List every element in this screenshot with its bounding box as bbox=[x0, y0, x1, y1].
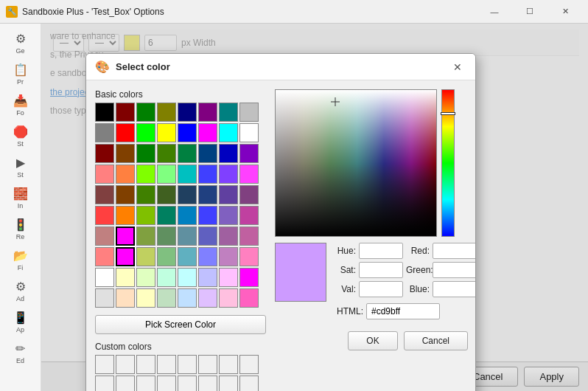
basic-color-swatch[interactable] bbox=[219, 247, 238, 266]
basic-color-swatch[interactable] bbox=[136, 288, 155, 308]
sidebar-item-force[interactable]: 📥Fo bbox=[4, 90, 38, 120]
basic-color-swatch[interactable] bbox=[239, 268, 259, 287]
basic-color-swatch[interactable] bbox=[198, 123, 217, 142]
basic-color-swatch[interactable] bbox=[95, 185, 114, 204]
custom-color-swatch[interactable] bbox=[178, 355, 197, 374]
custom-color-swatch[interactable] bbox=[239, 376, 259, 391]
basic-color-swatch[interactable] bbox=[178, 185, 197, 204]
spectrum-canvas[interactable]: + bbox=[275, 89, 437, 237]
basic-color-swatch[interactable] bbox=[239, 103, 259, 122]
custom-color-swatch[interactable] bbox=[157, 355, 176, 374]
sidebar-item-edit[interactable]: ✏Ed bbox=[4, 338, 38, 367]
basic-color-swatch[interactable] bbox=[116, 288, 135, 308]
basic-color-swatch[interactable] bbox=[198, 226, 217, 246]
basic-color-swatch[interactable] bbox=[239, 206, 259, 225]
basic-color-swatch[interactable] bbox=[178, 103, 197, 122]
basic-color-swatch[interactable] bbox=[116, 247, 135, 266]
basic-color-swatch[interactable] bbox=[178, 123, 197, 142]
green-input[interactable] bbox=[433, 265, 476, 275]
basic-color-swatch[interactable] bbox=[219, 185, 238, 204]
basic-color-swatch[interactable] bbox=[116, 268, 135, 287]
custom-color-swatch[interactable] bbox=[95, 376, 114, 391]
basic-color-swatch[interactable] bbox=[198, 268, 217, 287]
basic-color-swatch[interactable] bbox=[157, 288, 176, 308]
sidebar-item-app[interactable]: 📱Ap bbox=[4, 307, 38, 336]
basic-color-swatch[interactable] bbox=[198, 288, 217, 308]
custom-color-swatch[interactable] bbox=[136, 355, 155, 374]
sidebar-item-restrict[interactable]: 🚦Re bbox=[4, 214, 38, 243]
basic-color-swatch[interactable] bbox=[198, 185, 217, 204]
basic-color-swatch[interactable] bbox=[116, 226, 135, 246]
basic-color-swatch[interactable] bbox=[178, 268, 197, 287]
basic-color-swatch[interactable] bbox=[136, 206, 155, 225]
basic-color-swatch[interactable] bbox=[136, 165, 155, 184]
dialog-cancel-button[interactable]: Cancel bbox=[404, 331, 468, 350]
basic-color-swatch[interactable] bbox=[95, 268, 114, 287]
basic-color-swatch[interactable] bbox=[239, 165, 259, 184]
custom-color-swatch[interactable] bbox=[219, 376, 238, 391]
basic-color-swatch[interactable] bbox=[157, 268, 176, 287]
red-input[interactable] bbox=[433, 246, 476, 256]
custom-color-swatch[interactable] bbox=[95, 355, 114, 374]
basic-color-swatch[interactable] bbox=[239, 185, 259, 204]
basic-color-swatch[interactable] bbox=[219, 165, 238, 184]
basic-color-swatch[interactable] bbox=[116, 103, 135, 122]
basic-color-swatch[interactable] bbox=[219, 268, 238, 287]
basic-color-swatch[interactable] bbox=[116, 206, 135, 225]
basic-color-swatch[interactable] bbox=[198, 247, 217, 266]
maximize-button[interactable]: ☐ bbox=[513, 3, 547, 21]
blue-spinbox[interactable]: ▲ ▼ bbox=[433, 281, 476, 297]
custom-color-swatch[interactable] bbox=[136, 376, 155, 391]
basic-color-swatch[interactable] bbox=[178, 165, 197, 184]
basic-color-swatch[interactable] bbox=[219, 226, 238, 246]
sidebar-item-start[interactable]: ▶St bbox=[4, 152, 38, 181]
basic-color-swatch[interactable] bbox=[157, 226, 176, 246]
sidebar-item-files[interactable]: 📂Fi bbox=[4, 245, 38, 274]
basic-color-swatch[interactable] bbox=[95, 288, 114, 308]
basic-color-swatch[interactable] bbox=[136, 123, 155, 142]
custom-color-swatch[interactable] bbox=[219, 355, 238, 374]
blue-input[interactable] bbox=[433, 284, 476, 294]
custom-color-swatch[interactable] bbox=[157, 376, 176, 391]
basic-color-swatch[interactable] bbox=[239, 247, 259, 266]
html-input[interactable] bbox=[366, 303, 440, 319]
basic-color-swatch[interactable] bbox=[157, 247, 176, 266]
basic-color-swatch[interactable] bbox=[178, 144, 197, 163]
basic-color-swatch[interactable] bbox=[95, 226, 114, 246]
hue-spinbox[interactable]: ▲ ▼ bbox=[359, 243, 403, 259]
basic-color-swatch[interactable] bbox=[219, 144, 238, 163]
basic-color-swatch[interactable] bbox=[157, 185, 176, 204]
dialog-close-button[interactable]: ✕ bbox=[449, 58, 466, 76]
pick-screen-button[interactable]: Pick Screen Color bbox=[95, 315, 266, 334]
basic-color-swatch[interactable] bbox=[136, 226, 155, 246]
basic-color-swatch[interactable] bbox=[219, 206, 238, 225]
sidebar-item-stop[interactable]: 🛑St bbox=[4, 121, 38, 150]
basic-color-swatch[interactable] bbox=[239, 123, 259, 142]
basic-color-swatch[interactable] bbox=[219, 123, 238, 142]
basic-color-swatch[interactable] bbox=[136, 268, 155, 287]
basic-color-swatch[interactable] bbox=[157, 103, 176, 122]
sidebar-item-general[interactable]: ⚙Ge bbox=[4, 28, 38, 58]
green-spinbox[interactable]: ▲ ▼ bbox=[433, 262, 476, 278]
basic-color-swatch[interactable] bbox=[239, 226, 259, 246]
basic-color-swatch[interactable] bbox=[136, 144, 155, 163]
val-spinbox[interactable]: ▲ ▼ bbox=[359, 281, 403, 297]
minimize-button[interactable]: — bbox=[477, 3, 511, 21]
basic-color-swatch[interactable] bbox=[116, 144, 135, 163]
custom-color-swatch[interactable] bbox=[116, 355, 135, 374]
custom-color-swatch[interactable] bbox=[239, 355, 259, 374]
basic-color-swatch[interactable] bbox=[95, 206, 114, 225]
custom-color-swatch[interactable] bbox=[198, 355, 217, 374]
basic-color-swatch[interactable] bbox=[157, 165, 176, 184]
basic-color-swatch[interactable] bbox=[157, 206, 176, 225]
basic-color-swatch[interactable] bbox=[198, 206, 217, 225]
dialog-ok-button[interactable]: OK bbox=[348, 331, 397, 350]
basic-color-swatch[interactable] bbox=[219, 288, 238, 308]
custom-color-swatch[interactable] bbox=[178, 376, 197, 391]
basic-color-swatch[interactable] bbox=[157, 144, 176, 163]
basic-color-swatch[interactable] bbox=[239, 144, 259, 163]
sidebar-item-internet[interactable]: 🧱In bbox=[4, 183, 38, 212]
basic-color-swatch[interactable] bbox=[95, 247, 114, 266]
basic-color-swatch[interactable] bbox=[136, 247, 155, 266]
basic-color-swatch[interactable] bbox=[178, 247, 197, 266]
